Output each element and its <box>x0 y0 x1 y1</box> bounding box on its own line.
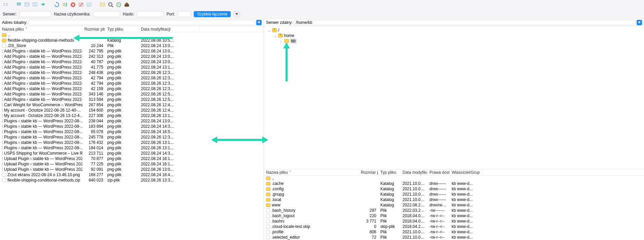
remote-file-list[interactable]: ...cacheKatalog2021.10.01 0...drwx------… <box>264 175 644 240</box>
table-row[interactable]: .DS_Store10 244Plik2022.08.24 13:0... <box>0 43 264 48</box>
col-owner[interactable]: Właściciel/Grup <box>450 170 483 175</box>
table-row[interactable]: .. <box>264 175 644 181</box>
file-name: .cache <box>272 181 283 186</box>
process-icon[interactable] <box>116 2 122 8</box>
binoculars-icon[interactable] <box>124 2 130 8</box>
search-icon[interactable] <box>108 2 114 8</box>
table-row[interactable]: Cart Weight for WooCommerce – WordPress.… <box>0 102 264 108</box>
file-name: .bash_logout <box>271 213 295 218</box>
file-icon <box>266 214 270 218</box>
col-name[interactable]: Nazwa pliku <box>0 27 82 32</box>
file-date: 2022.08.24 16:1... <box>139 156 199 161</box>
file-owner: kb www-d... <box>450 213 483 218</box>
col-type[interactable]: Typ pliku <box>105 27 139 32</box>
port-input[interactable] <box>178 11 191 17</box>
table-row[interactable]: .bash_history297Plik2022.03.28 1...-rw--… <box>264 208 644 213</box>
pass-input[interactable] <box>137 11 164 17</box>
twisty-icon[interactable]: › <box>279 39 283 43</box>
table-row[interactable]: .selected_editor72Plik2021.10.01 0...-rw… <box>264 235 644 240</box>
table-row[interactable]: Upload Plugin ‹ stable kb — WordPress 20… <box>0 156 264 161</box>
col-date[interactable]: Data modyfikacji <box>139 27 199 32</box>
table-row[interactable]: My account - Octolize 2022-08-26 13-12-4… <box>0 113 264 118</box>
tree-home[interactable]: home <box>284 33 294 38</box>
table-row[interactable]: Add Plugins ‹ stable kb — WordPress 2022… <box>0 70 264 75</box>
file-name: USPS Shipping for WooCommerce – Live Rat <box>4 151 82 156</box>
table-row[interactable]: .cacheKatalog2021.10.01 0...drwx------kb… <box>264 181 644 186</box>
file-icon <box>266 225 270 229</box>
table-row[interactable]: .bash_logout220Plik2018.04.04 2...-rw-r-… <box>264 213 644 218</box>
remote-addr-dropdown[interactable] <box>637 20 642 25</box>
file-icon <box>2 157 3 161</box>
local-addr-input[interactable] <box>29 20 255 25</box>
quickconnect-history-dropdown[interactable] <box>233 11 240 17</box>
table-row[interactable]: My account - Octolize 2022-08-26 12-40-.… <box>0 108 264 113</box>
table-row[interactable]: Add Plugins ‹ stable kb — WordPress 2022… <box>0 81 264 86</box>
compare-icon[interactable] <box>40 2 46 8</box>
col-date[interactable]: Data modyfikacji <box>401 170 427 175</box>
col-size[interactable]: Rozmiar pliku <box>359 170 378 175</box>
table-row[interactable]: Add Plugins ‹ stable kb — WordPress 2022… <box>0 59 264 65</box>
col-size[interactable]: Rozmiar pliku <box>82 27 105 32</box>
table-row[interactable]: .cloud-locale-test.skip0skip-plik2018.04… <box>264 224 644 229</box>
file-type: Plik <box>378 235 401 240</box>
table-row[interactable]: .. <box>0 32 264 38</box>
table-row[interactable]: .bashrc3 771Plik2018.04.04 2...-rw-r--r-… <box>264 218 644 224</box>
table-row[interactable]: Plugins ‹ stable kb — WordPress 2022-08-… <box>0 124 264 129</box>
local-file-list[interactable]: ..flexible-shipping-conditional-methodsK… <box>0 32 264 183</box>
table-row[interactable]: Plugins ‹ stable kb — WordPress 2022-08-… <box>0 145 264 151</box>
table-row[interactable]: Plugins ‹ stable kb — WordPress 2022-08-… <box>0 140 264 145</box>
user-input[interactable] <box>93 11 120 17</box>
remote-tree[interactable]: ⌄/ ⌄home ›kb <box>264 26 644 169</box>
table-row[interactable]: wwwKatalog2022.08.24 1...drwxrwxr-xkb ww… <box>264 202 644 208</box>
list-view-icon[interactable] <box>24 2 30 8</box>
table-row[interactable]: flexible-shipping-conditional-methodsKat… <box>0 38 264 43</box>
file-type: png-plik <box>105 81 139 86</box>
table-row[interactable]: Add Plugins ‹ stable kb — WordPress 2022… <box>0 48 264 54</box>
file-icon <box>2 108 3 112</box>
server-input[interactable] <box>19 11 51 17</box>
table-row[interactable]: Upload Plugin ‹ stable kb — WordPress 20… <box>0 161 264 167</box>
quickconnect-button[interactable]: Szybkie łączenie <box>194 11 230 17</box>
svg-rect-0 <box>3 3 5 4</box>
cancel-icon[interactable] <box>70 2 76 8</box>
table-row[interactable]: Add Plugins ‹ stable kb — WordPress 2022… <box>0 54 264 59</box>
file-size: 238 044 <box>82 119 105 123</box>
col-perm[interactable]: Prawa dostępu <box>427 170 450 175</box>
table-row[interactable]: .gnupgKatalog2021.10.01 0...drwx------kb… <box>264 192 644 197</box>
tree-kb[interactable]: kb <box>290 39 297 43</box>
table-row[interactable]: Plugins ‹ stable kb — WordPress 2022-08-… <box>0 118 264 124</box>
filter-icon[interactable] <box>62 2 68 8</box>
tree-view-icon[interactable] <box>32 2 38 8</box>
table-row[interactable]: .profile806Plik2021.10.01 0...-rw-r--r--… <box>264 229 644 235</box>
reconnect-icon[interactable] <box>86 2 92 8</box>
table-row[interactable]: .localKatalog2021.10.01 0...drwx------kb… <box>264 197 644 202</box>
refresh-icon[interactable] <box>54 2 60 8</box>
queue-icon[interactable] <box>16 2 22 8</box>
table-row[interactable]: Add Plugins ‹ stable kb — WordPress 2022… <box>0 91 264 97</box>
site-manager-icon[interactable] <box>3 2 9 8</box>
table-row[interactable]: Upload Plugin ‹ stable kb — WordPress 20… <box>0 167 264 172</box>
file-size: 42 794 <box>82 81 105 86</box>
local-addr-dropdown[interactable] <box>256 20 262 25</box>
twisty-icon[interactable]: ⌄ <box>267 29 271 32</box>
disconnect-icon[interactable] <box>78 2 84 8</box>
table-row[interactable]: Plugins ‹ stable kb — WordPress 2022-08-… <box>0 134 264 140</box>
col-type[interactable]: Typ pliku <box>378 170 401 175</box>
table-row[interactable]: flexible-shipping-conditional-methods.zi… <box>0 177 264 183</box>
table-row[interactable]: .configKatalog2021.10.01 0...drwx------k… <box>264 186 644 192</box>
split-icon[interactable] <box>100 2 106 8</box>
table-row[interactable]: USPS Shipping for WooCommerce – Live Rat… <box>0 151 264 156</box>
table-row[interactable]: Plugins ‹ stable kb — WordPress 2022-08-… <box>0 129 264 134</box>
file-name: Cart Weight for WooCommerce – WordPress. <box>4 103 82 107</box>
twisty-icon[interactable]: ⌄ <box>273 34 277 38</box>
table-row[interactable]: Add Plugins ‹ stable kb — WordPress 2022… <box>0 86 264 91</box>
file-name: .config <box>272 187 283 191</box>
file-date: 2022.08.26 12:3... <box>139 135 199 139</box>
col-name[interactable]: Nazwa pliku <box>264 170 359 175</box>
remote-addr-input[interactable] <box>294 20 635 25</box>
table-row[interactable]: Add Plugins ‹ stable kb — WordPress 2022… <box>0 97 264 102</box>
table-row[interactable]: Zrzut ekranu 2022-08-24 o 13.46.10.png16… <box>0 172 264 177</box>
table-row[interactable]: Add Plugins ‹ stable kb — WordPress 2022… <box>0 75 264 81</box>
table-row[interactable]: Add Plugins ‹ stable kb — WordPress 2022… <box>0 65 264 70</box>
tree-root[interactable]: / <box>278 28 279 33</box>
